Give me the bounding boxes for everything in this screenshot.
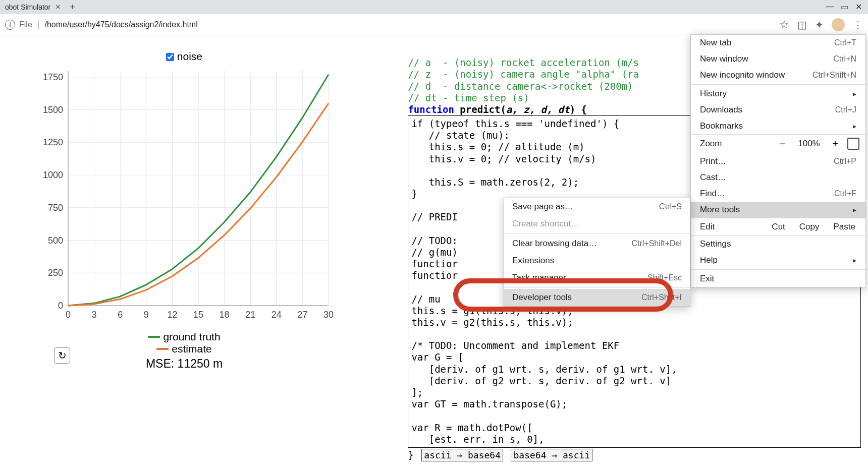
noise-checkbox[interactable]	[166, 53, 174, 61]
menu-new-incognito[interactable]: New incognito windowCtrl+Shift+N	[691, 67, 865, 83]
svg-text:1000: 1000	[43, 170, 63, 180]
submenu-task-manager[interactable]: Task managerShift+Esc	[504, 269, 690, 286]
legend-label-ground-truth: ground truth	[163, 331, 220, 343]
browser-tab[interactable]: obot Simulator ×	[0, 0, 66, 14]
svg-text:18: 18	[220, 310, 230, 320]
svg-text:0: 0	[58, 301, 63, 311]
submenu-create-shortcut: Create shortcut…	[504, 215, 690, 232]
minimize-icon[interactable]: —	[826, 2, 834, 12]
submenu-extensions[interactable]: Extensions	[504, 252, 690, 269]
submenu-save-page[interactable]: Save page as…Ctrl+S	[504, 198, 690, 215]
zoom-value: 100%	[795, 139, 823, 149]
svg-text:27: 27	[297, 310, 307, 320]
chrome-menu: New tabCtrl+T New windowCtrl+N New incog…	[690, 34, 866, 287]
profile-avatar[interactable]	[832, 18, 845, 31]
more-tools-submenu: Save page as…Ctrl+S Create shortcut… Cle…	[504, 198, 690, 307]
menu-history[interactable]: History▸	[691, 86, 865, 102]
tab-title: obot Simulator	[5, 3, 50, 11]
svg-text:12: 12	[167, 310, 177, 320]
extensions-icon[interactable]: ✦	[815, 19, 824, 31]
base64-to-ascii-button[interactable]: base64 → ascii	[511, 449, 592, 461]
svg-text:1500: 1500	[43, 105, 63, 115]
svg-text:6: 6	[118, 310, 123, 320]
svg-text:9: 9	[144, 310, 149, 320]
fullscreen-icon[interactable]	[847, 138, 859, 150]
legend-swatch-ground-truth	[148, 336, 160, 338]
url-separator: |	[37, 19, 40, 30]
svg-text:750: 750	[48, 203, 63, 213]
zoom-out-button[interactable]: −	[775, 137, 791, 151]
menu-find[interactable]: Find…Ctrl+F	[691, 186, 865, 202]
tab-strip: obot Simulator × + — ▭ ✕	[0, 0, 868, 14]
menu-settings[interactable]: Settings	[691, 236, 865, 252]
close-window-icon[interactable]: ✕	[855, 2, 862, 12]
svg-text:21: 21	[245, 310, 255, 320]
menu-bookmarks[interactable]: Bookmarks▸	[691, 118, 865, 134]
svg-text:3: 3	[92, 310, 97, 320]
menu-edit-row: Edit Cut Copy Paste	[691, 218, 865, 236]
menu-cast[interactable]: Cast…	[691, 169, 865, 186]
svg-text:1750: 1750	[43, 72, 63, 82]
tab-close-icon[interactable]: ×	[56, 3, 60, 12]
reload-button[interactable]: ↻	[54, 347, 70, 364]
kebab-menu-icon[interactable]: ⋮	[853, 19, 863, 31]
url-scheme: File	[19, 20, 32, 29]
zoom-in-button[interactable]: +	[827, 137, 843, 151]
menu-more-tools[interactable]: More tools▸	[691, 202, 865, 218]
url-path[interactable]: /home/user/hy475/docs/assign2/index.html	[44, 20, 775, 29]
svg-text:250: 250	[48, 268, 63, 278]
chart-container: noise 0250500750100012501500175003691215…	[33, 50, 336, 371]
noise-label: noise	[177, 50, 202, 62]
ascii-to-base64-button[interactable]: ascii → base64	[421, 449, 503, 461]
mse-readout: MSE: 11250 m	[33, 357, 336, 371]
zoom-label: Zoom	[700, 139, 771, 149]
svg-text:15: 15	[193, 310, 203, 320]
site-info-icon[interactable]: i	[5, 20, 15, 30]
svg-text:0: 0	[66, 310, 71, 320]
window-controls: — ▭ ✕	[822, 0, 866, 14]
menu-print[interactable]: Print…Ctrl+P	[691, 153, 865, 169]
edit-paste[interactable]: Paste	[827, 220, 862, 234]
legend-swatch-estimate	[156, 348, 169, 350]
noise-toggle: noise	[33, 50, 336, 63]
new-tab-button[interactable]: +	[66, 0, 80, 14]
chart-legend: ground truth estimate	[33, 331, 336, 355]
menu-new-tab[interactable]: New tabCtrl+T	[691, 35, 865, 51]
svg-text:500: 500	[48, 235, 63, 246]
left-pane: noise 0250500750100012501500175003691215…	[0, 35, 408, 472]
svg-text:30: 30	[323, 310, 334, 320]
bookmark-star-icon[interactable]: ☆	[779, 18, 789, 31]
reader-icon[interactable]: ◫	[797, 19, 807, 31]
svg-text:1250: 1250	[43, 137, 63, 147]
chart-svg: 0250500750100012501500175003691215182124…	[33, 66, 336, 328]
menu-new-window[interactable]: New windowCtrl+N	[691, 51, 865, 67]
svg-text:24: 24	[272, 310, 282, 320]
address-bar: i File | /home/user/hy475/docs/assign2/i…	[0, 14, 868, 35]
edit-copy[interactable]: Copy	[792, 220, 827, 234]
submenu-developer-tools[interactable]: Developer toolsCtrl+Shift+I	[504, 289, 690, 306]
submenu-clear-data[interactable]: Clear browsing data…Ctrl+Shift+Del	[504, 235, 690, 252]
menu-exit[interactable]: Exit	[691, 271, 865, 287]
menu-downloads[interactable]: DownloadsCtrl+J	[691, 102, 865, 118]
legend-label-estimate: estimate	[172, 343, 211, 355]
edit-label: Edit	[700, 222, 765, 232]
edit-cut[interactable]: Cut	[765, 220, 792, 234]
maximize-icon[interactable]: ▭	[841, 2, 848, 12]
menu-zoom-row: Zoom − 100% +	[691, 134, 865, 153]
menu-help[interactable]: Help▸	[691, 252, 865, 268]
